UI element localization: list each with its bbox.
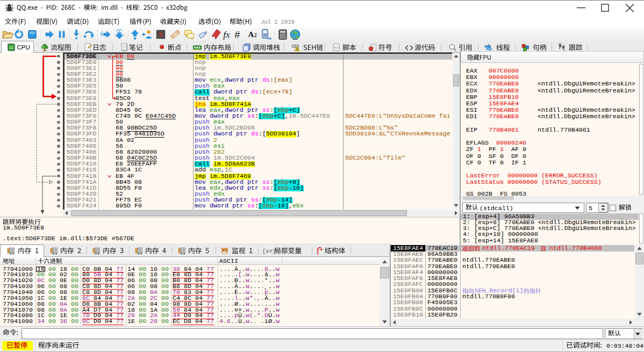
svg-text:32: 32 bbox=[9, 46, 13, 49]
svg-text:S: S bbox=[159, 30, 163, 38]
svg-text:fx: fx bbox=[223, 29, 230, 40]
svg-text:<>: <> bbox=[334, 46, 339, 50]
svg-text:A: A bbox=[248, 29, 254, 38]
svg-text:#: # bbox=[234, 29, 240, 40]
svg-text:2: 2 bbox=[254, 32, 257, 38]
